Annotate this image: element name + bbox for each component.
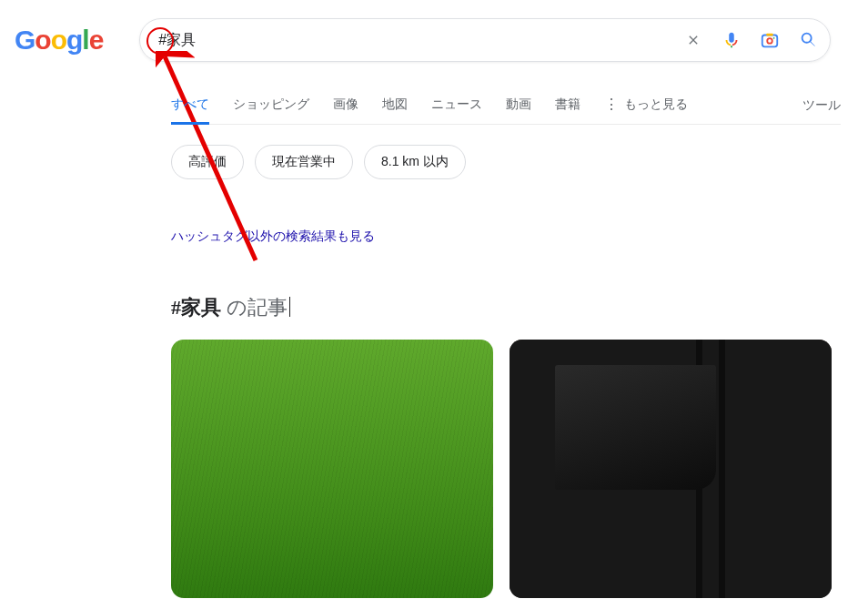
voice-search-icon[interactable] <box>721 29 742 51</box>
tab-maps[interactable]: 地図 <box>382 87 408 124</box>
chip-high-rated[interactable]: 高評価 <box>171 145 244 179</box>
result-card-2[interactable] <box>510 340 832 598</box>
tools-button[interactable]: ツール <box>802 97 841 114</box>
tab-more-label: もっと見る <box>624 96 688 113</box>
tab-news[interactable]: ニュース <box>431 87 482 124</box>
tab-images[interactable]: 画像 <box>333 87 358 124</box>
svg-point-1 <box>768 38 773 44</box>
svg-rect-2 <box>767 34 773 36</box>
tabs-row: すべて ショッピング 画像 地図 ニュース 動画 書籍 ⋮ もっと見る ツール <box>171 87 841 125</box>
filter-chips: 高評価 現在営業中 8.1 km 以内 <box>171 145 841 179</box>
tab-all[interactable]: すべて <box>171 87 209 124</box>
text-cursor-icon <box>289 297 290 317</box>
search-wrap <box>139 18 831 62</box>
search-icon[interactable] <box>797 29 819 51</box>
result-thumbnail-1 <box>171 340 493 598</box>
chip-open-now[interactable]: 現在営業中 <box>255 145 353 179</box>
svg-point-3 <box>773 37 775 39</box>
chip-within-distance[interactable]: 8.1 km 以内 <box>364 145 466 179</box>
clear-icon[interactable] <box>682 29 704 51</box>
search-box <box>139 18 831 62</box>
search-input[interactable] <box>158 32 682 48</box>
google-logo[interactable]: Google <box>15 25 103 56</box>
svg-rect-0 <box>762 36 778 47</box>
section-title-rest: の記事 <box>221 296 288 319</box>
tab-books[interactable]: 書籍 <box>555 87 580 124</box>
hashtag-results-link[interactable]: ハッシュタグ以外の検索結果も見る <box>171 228 375 243</box>
more-vert-icon: ⋮ <box>604 97 619 112</box>
section-title-bold: #家具 <box>171 296 221 319</box>
result-card-1[interactable] <box>171 340 493 598</box>
section-title: #家具 の記事 <box>171 294 841 321</box>
result-thumbnail-2 <box>510 340 832 598</box>
image-search-icon[interactable] <box>759 29 781 51</box>
tab-videos[interactable]: 動画 <box>506 87 531 124</box>
tab-shopping[interactable]: ショッピング <box>233 87 309 124</box>
tab-more[interactable]: ⋮ もっと見る <box>604 87 688 124</box>
